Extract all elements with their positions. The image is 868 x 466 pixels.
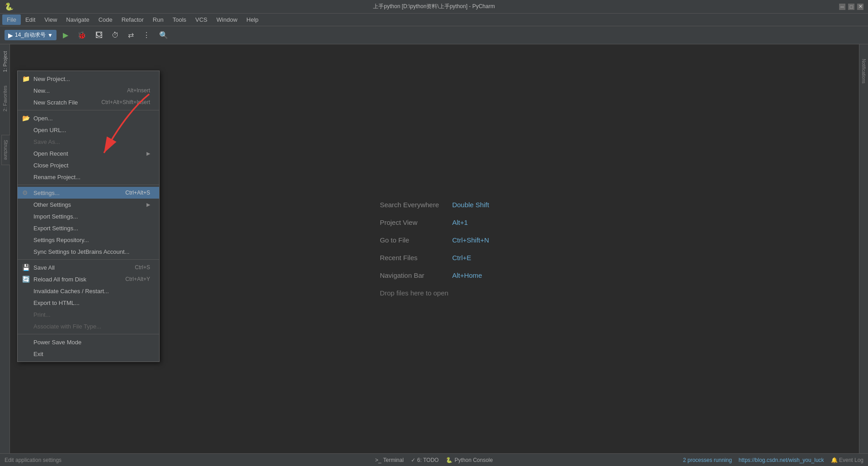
welcome-row-recent: Recent Files Ctrl+E bbox=[380, 254, 489, 262]
sidebar-item-notifications[interactable]: Notifications bbox=[860, 53, 868, 89]
menu-vcs[interactable]: VCS bbox=[191, 14, 212, 25]
recent-files-label: Recent Files bbox=[380, 254, 452, 262]
export-html-label: Export to HTML... bbox=[33, 300, 80, 306]
welcome-row-navbar: Navigation Bar Alt+Home bbox=[380, 271, 489, 279]
menu-item-open-url[interactable]: Open URL... bbox=[18, 124, 159, 136]
sidebar-item-structure[interactable]: Structure bbox=[1, 135, 10, 165]
menu-item-invalidate-caches[interactable]: Invalidate Caches / Restart... bbox=[18, 285, 159, 297]
navbar-label: Navigation Bar bbox=[380, 271, 452, 279]
menu-item-export-html[interactable]: Export to HTML... bbox=[18, 297, 159, 309]
menubar: File Edit View Navigate Code Refactor Ru… bbox=[0, 14, 868, 26]
project-view-shortcut: Alt+1 bbox=[452, 219, 468, 226]
reload-shortcut: Ctrl+Alt+Y bbox=[125, 276, 150, 282]
more-button[interactable]: ⋮ bbox=[140, 29, 153, 41]
debug-button[interactable]: 🐞 bbox=[75, 29, 89, 41]
run-config-label: 14_自动求号 bbox=[15, 31, 46, 39]
menu-item-rename-project[interactable]: Rename Project... bbox=[18, 171, 159, 183]
rename-project-label: Rename Project... bbox=[33, 174, 80, 181]
concurrency-button[interactable]: ⇄ bbox=[125, 29, 137, 41]
menu-item-reload-disk[interactable]: 🔄 Reload All from Disk Ctrl+Alt+Y bbox=[18, 273, 159, 285]
profile-button[interactable]: ⏱ bbox=[109, 30, 122, 41]
statusbar-tabs: >_ Terminal ✓ 6: TODO 🐍 Python Console bbox=[372, 456, 496, 464]
titlebar: 🐍 上手python [D:\python资料\上手python] - PyCh… bbox=[0, 0, 868, 14]
event-log-label[interactable]: 🔔 Event Log bbox=[831, 457, 863, 463]
menu-refactor[interactable]: Refactor bbox=[117, 14, 148, 25]
sidebar-item-favorites[interactable]: 2: Favorites bbox=[0, 79, 9, 118]
menu-item-new-project[interactable]: 📁 New Project... bbox=[18, 73, 159, 85]
menu-code[interactable]: Code bbox=[94, 14, 117, 25]
menu-item-open-recent[interactable]: Open Recent ▶ bbox=[18, 147, 159, 159]
tab-terminal[interactable]: >_ Terminal bbox=[372, 456, 407, 464]
run-config-selector[interactable]: ▶ 14_自动求号 ▼ bbox=[5, 30, 57, 40]
minimize-button[interactable]: ─ bbox=[839, 4, 845, 10]
close-project-label: Close Project bbox=[33, 162, 68, 169]
power-save-label: Power Save Mode bbox=[33, 339, 81, 346]
titlebar-left: 🐍 bbox=[5, 2, 17, 11]
menu-item-settings[interactable]: ⚙ Settings... Ctrl+Alt+S bbox=[18, 187, 159, 199]
separator-4 bbox=[18, 334, 159, 334]
open-icon: 📂 bbox=[22, 114, 30, 122]
export-settings-label: Export Settings... bbox=[33, 225, 78, 232]
project-view-label: Project View bbox=[380, 219, 452, 226]
menu-tools[interactable]: Tools bbox=[168, 14, 191, 25]
menu-file[interactable]: File bbox=[2, 14, 21, 25]
menu-item-sync-settings[interactable]: Sync Settings to JetBrains Account... bbox=[18, 246, 159, 257]
statusbar-right: 2 processes running https://blog.csdn.ne… bbox=[683, 457, 863, 463]
associate-filetype-label: Associate with File Type... bbox=[33, 323, 101, 330]
tab-todo[interactable]: ✓ 6: TODO bbox=[407, 456, 443, 464]
save-all-icon: 💾 bbox=[22, 264, 30, 271]
titlebar-title: 上手python [D:\python资料\上手python] - PyChar… bbox=[373, 3, 495, 10]
exit-label: Exit bbox=[33, 351, 43, 357]
new-shortcut: Alt+Insert bbox=[127, 87, 150, 94]
recent-files-shortcut: Ctrl+E bbox=[452, 254, 471, 262]
coverage-button[interactable]: ⛾ bbox=[93, 30, 105, 41]
menu-item-other-settings[interactable]: Other Settings ▶ bbox=[18, 199, 159, 210]
separator-3 bbox=[18, 259, 159, 260]
menu-item-open[interactable]: 📂 Open... bbox=[18, 112, 159, 124]
open-url-label: Open URL... bbox=[33, 127, 66, 133]
right-sidebar: Notifications bbox=[859, 44, 868, 453]
menu-view[interactable]: View bbox=[40, 14, 61, 25]
processes-text: 2 processes running bbox=[683, 457, 732, 463]
menu-item-power-save[interactable]: Power Save Mode bbox=[18, 336, 159, 348]
open-label: Open... bbox=[33, 115, 53, 122]
other-settings-label: Other Settings bbox=[33, 201, 71, 208]
menu-run[interactable]: Run bbox=[148, 14, 168, 25]
welcome-row-project: Project View Alt+1 bbox=[380, 219, 489, 226]
menu-item-save-all[interactable]: 💾 Save All Ctrl+S bbox=[18, 262, 159, 273]
search-everywhere-shortcut: Double Shift bbox=[452, 201, 489, 209]
menu-item-new[interactable]: New... Alt+Insert bbox=[18, 85, 159, 96]
new-scratch-label: New Scratch File bbox=[33, 99, 78, 106]
terminal-icon: >_ bbox=[375, 457, 382, 463]
other-settings-arrow: ▶ bbox=[146, 202, 150, 208]
titlebar-controls: ─ □ ✕ bbox=[839, 4, 863, 10]
menu-help[interactable]: Help bbox=[242, 14, 263, 25]
save-all-label: Save All bbox=[33, 264, 55, 271]
app-icon: 🐍 bbox=[5, 2, 14, 11]
chevron-down-icon: ▼ bbox=[47, 32, 53, 38]
reload-icon: 🔄 bbox=[22, 276, 30, 283]
menu-item-export-settings[interactable]: Export Settings... bbox=[18, 222, 159, 234]
goto-file-shortcut: Ctrl+Shift+N bbox=[452, 236, 489, 244]
todo-label: 6: TODO bbox=[417, 457, 439, 463]
sidebar-item-project[interactable]: 1: Project bbox=[0, 44, 9, 79]
menu-navigate[interactable]: Navigate bbox=[61, 14, 94, 25]
menu-item-settings-repo[interactable]: Settings Repository... bbox=[18, 234, 159, 246]
drop-files-label: Drop files here to open bbox=[380, 289, 489, 297]
run-button[interactable]: ▶ bbox=[60, 29, 71, 41]
menu-item-new-scratch[interactable]: New Scratch File Ctrl+Alt+Shift+Insert bbox=[18, 96, 159, 108]
tab-python-console[interactable]: 🐍 Python Console bbox=[442, 456, 496, 464]
separator-2 bbox=[18, 185, 159, 185]
search-everywhere-label: Search Everywhere bbox=[380, 201, 452, 209]
maximize-button[interactable]: □ bbox=[848, 4, 854, 10]
menu-item-exit[interactable]: Exit bbox=[18, 348, 159, 360]
search-everywhere-button[interactable]: 🔍 bbox=[156, 29, 171, 41]
close-button[interactable]: ✕ bbox=[857, 4, 863, 10]
menu-item-import-settings[interactable]: Import Settings... bbox=[18, 210, 159, 222]
menu-item-close-project[interactable]: Close Project bbox=[18, 159, 159, 171]
python-console-icon: 🐍 bbox=[446, 457, 453, 463]
menu-edit[interactable]: Edit bbox=[21, 14, 40, 25]
menu-window[interactable]: Window bbox=[212, 14, 242, 25]
menu-item-associate-filetype: Associate with File Type... bbox=[18, 320, 159, 332]
csdn-link[interactable]: https://blog.csdn.net/wish_you_luck bbox=[739, 457, 824, 463]
